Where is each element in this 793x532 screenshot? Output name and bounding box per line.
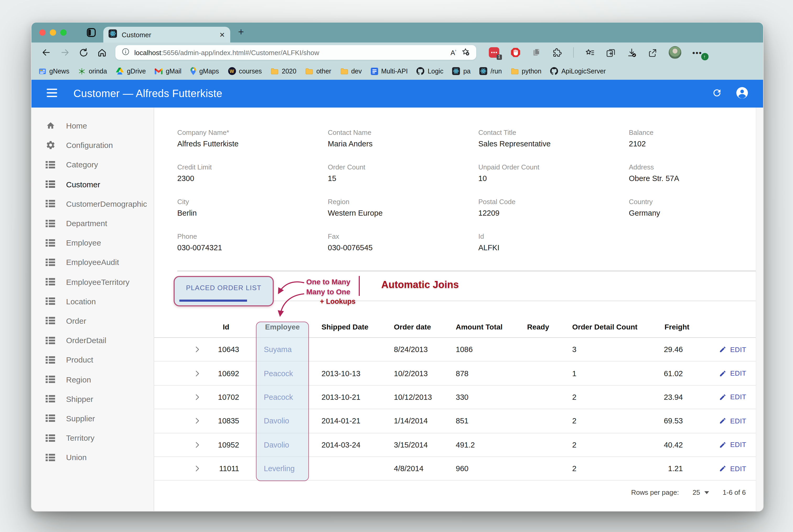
favorites-bar-icon[interactable]	[585, 48, 595, 57]
sidebar-item-employeeterritory[interactable]: EmployeeTerritory	[32, 272, 154, 291]
expand-row-icon[interactable]	[187, 369, 208, 378]
account-icon[interactable]	[736, 86, 749, 101]
bookmark-dev[interactable]: dev	[340, 68, 362, 75]
minimize-window-button[interactable]	[50, 30, 56, 36]
bookmark-gdrive[interactable]: gDrive	[116, 68, 146, 75]
share-icon[interactable]	[648, 48, 658, 57]
sidebar-item-product[interactable]: Product	[32, 350, 154, 369]
edit-button[interactable]: EDIT	[692, 441, 755, 449]
tab-overview-icon[interactable]	[86, 27, 97, 40]
edit-button[interactable]: EDIT	[692, 345, 755, 353]
sidebar-item-union[interactable]: Union	[32, 448, 154, 467]
edit-button[interactable]: EDIT	[692, 369, 755, 377]
downloads-icon[interactable]	[627, 48, 637, 57]
read-aloud-icon[interactable]: Aʾ	[450, 49, 456, 56]
col-header-order-detail-count[interactable]: Order Detail Count	[571, 323, 650, 331]
employee-link[interactable]: Davolio	[256, 417, 309, 425]
sidebar-item-region[interactable]: Region	[32, 369, 154, 389]
sidebar-item-territory[interactable]: Territory	[32, 428, 154, 448]
bookmark-gmaps[interactable]: gMaps	[190, 67, 219, 75]
col-header-ready[interactable]: Ready	[512, 323, 571, 331]
sidebar-item-order[interactable]: Order	[32, 311, 154, 330]
annotation-automatic-joins: Automatic Joins	[381, 279, 459, 291]
sidebar-item-customerdemographic[interactable]: CustomerDemographic	[32, 194, 154, 213]
expand-row-icon[interactable]	[187, 393, 208, 401]
col-header-freight[interactable]: Freight	[650, 323, 692, 331]
employee-link[interactable]: Peacock	[256, 369, 309, 378]
bookmark-apilogicserver[interactable]: ApiLogicServer	[550, 67, 606, 75]
bookmark-logic[interactable]: Logic	[417, 67, 443, 75]
tab-close-icon[interactable]: ✕	[219, 31, 225, 39]
home-icon[interactable]	[97, 48, 107, 57]
password-manager-extension-icon[interactable]: 1	[489, 47, 499, 58]
expand-row-icon[interactable]	[187, 464, 208, 473]
sidebar-item-employee[interactable]: Employee	[32, 233, 154, 252]
rows-per-page-select[interactable]: 25	[693, 489, 709, 496]
browser-tab-customer[interactable]: Customer ✕	[103, 27, 230, 42]
table-row: 10643 Suyama 8/24/2013 1086 3 29.46 EDIT	[154, 338, 763, 362]
sidebar-item-shipper[interactable]: Shipper	[32, 389, 154, 408]
bookmark-2020[interactable]: 2020	[271, 68, 296, 75]
chevron-down-icon	[704, 491, 709, 494]
sidebar-item-supplier[interactable]: Supplier	[32, 409, 154, 428]
bookmark-orinda[interactable]: orinda	[78, 68, 107, 75]
bookmark-gnews[interactable]: gNews	[39, 68, 69, 75]
tab-placed-order-list[interactable]: PLACED ORDER LIST	[174, 276, 274, 306]
employee-link[interactable]: Suyama	[256, 345, 309, 354]
employee-link[interactable]: Davolio	[256, 441, 309, 449]
field-label: Order Count	[328, 163, 478, 171]
sidebar-item-location[interactable]: Location	[32, 291, 154, 311]
copy-pages-extension-icon[interactable]	[532, 48, 541, 57]
close-window-button[interactable]	[39, 30, 46, 36]
menu-hamburger-icon[interactable]	[47, 89, 57, 99]
bookmark-python[interactable]: python	[511, 68, 542, 75]
bookmark-other[interactable]: other	[305, 68, 331, 75]
profile-avatar[interactable]	[669, 46, 681, 59]
edit-button[interactable]: EDIT	[692, 417, 755, 425]
forward-icon[interactable]	[60, 48, 70, 57]
employee-link[interactable]: Leverling	[256, 464, 309, 473]
expand-row-icon[interactable]	[187, 345, 208, 354]
col-header-shipped-date[interactable]: Shipped Date	[315, 323, 381, 331]
back-icon[interactable]	[41, 48, 52, 57]
sidebar-item-customer[interactable]: Customer	[32, 174, 154, 194]
edit-button[interactable]: EDIT	[692, 464, 755, 472]
collections-icon[interactable]	[606, 48, 616, 57]
zoom-window-button[interactable]	[60, 30, 66, 36]
sidebar-item-orderdetail[interactable]: OrderDetail	[32, 330, 154, 350]
page-scrollbar[interactable]	[756, 108, 763, 512]
field-value: Obere Str. 57A	[629, 174, 763, 183]
expand-row-icon[interactable]	[187, 441, 208, 449]
edit-button[interactable]: EDIT	[692, 393, 755, 401]
sidebar-item-configuration[interactable]: Configuration	[32, 135, 154, 155]
more-menu-icon[interactable]: ••• ↑	[692, 48, 702, 57]
col-header-employee[interactable]: Employee	[256, 323, 309, 331]
bookmark-courses[interactable]: W courses	[228, 67, 262, 75]
table-list-icon	[45, 259, 56, 266]
react-favicon-icon	[109, 30, 117, 40]
extensions-puzzle-icon[interactable]	[552, 48, 562, 57]
sidebar-item-category[interactable]: Category	[32, 155, 154, 174]
adblock-hand-icon[interactable]	[510, 47, 521, 58]
field-label: Credit Limit	[177, 163, 328, 171]
bookmark-pa[interactable]: pa	[452, 67, 471, 75]
field-value: ALFKI	[478, 244, 629, 252]
bookmark-multi-api[interactable]: Multi-API	[371, 68, 408, 75]
table-list-icon	[45, 434, 56, 441]
new-tab-button[interactable]: +	[238, 27, 244, 37]
col-header-order-date[interactable]: Order date	[381, 323, 446, 331]
site-info-icon[interactable]	[122, 48, 130, 57]
employee-link[interactable]: Peacock	[256, 393, 309, 401]
add-favorite-icon[interactable]	[461, 47, 470, 58]
sidebar-item-department[interactable]: Department	[32, 213, 154, 233]
sidebar-item-employeeaudit[interactable]: EmployeeAudit	[32, 253, 154, 272]
sidebar-item-home[interactable]: Home	[32, 116, 154, 135]
app-refresh-icon[interactable]	[712, 87, 722, 100]
col-header-amount-total[interactable]: Amount Total	[446, 323, 512, 331]
expand-row-icon[interactable]	[187, 417, 208, 425]
bookmark-run[interactable]: /run	[480, 67, 502, 75]
address-bar[interactable]: localhost:5656/admin-app/index.html#/Cus…	[115, 45, 476, 60]
col-header-id[interactable]: Id	[208, 323, 245, 331]
reload-icon[interactable]	[79, 48, 89, 57]
bookmark-gmail[interactable]: gMail	[155, 68, 181, 75]
